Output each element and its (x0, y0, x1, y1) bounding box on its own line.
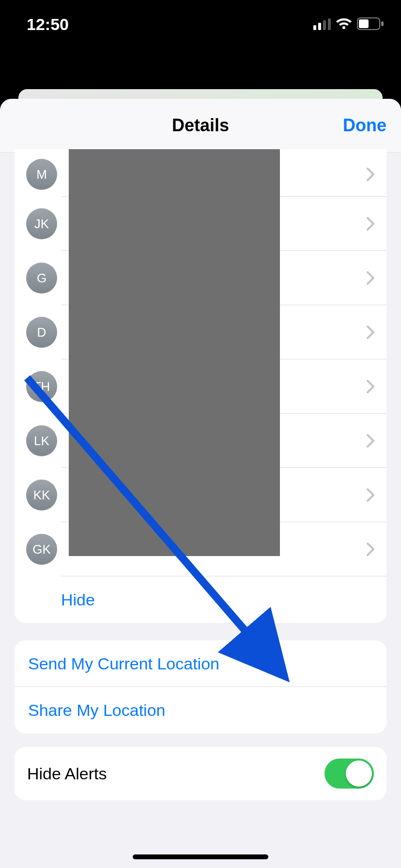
avatar: JK (26, 208, 57, 239)
svg-rect-2 (323, 20, 326, 30)
chevron-right-icon (366, 167, 375, 182)
wifi-icon (336, 15, 352, 34)
avatar: D (26, 317, 57, 348)
nav-bar: Details Done (0, 99, 401, 153)
send-location-label: Send My Current Location (28, 654, 219, 673)
hide-participants-button[interactable]: Hide (15, 576, 386, 623)
avatar-initials: LK (34, 434, 49, 449)
home-indicator[interactable] (133, 854, 268, 859)
chevron-right-icon (366, 488, 375, 502)
hide-alerts-toggle[interactable] (324, 759, 374, 789)
status-indicators (313, 15, 384, 34)
share-location-label: Share My Location (28, 701, 166, 720)
chevron-right-icon (366, 217, 375, 231)
participants-group: M JK G D TH (15, 149, 386, 623)
avatar-initials: TH (33, 379, 50, 394)
chevron-right-icon (366, 271, 375, 285)
battery-icon (357, 15, 384, 34)
alerts-group: Hide Alerts (15, 747, 386, 800)
nav-title: Details (172, 115, 229, 136)
avatar-initials: G (37, 271, 46, 286)
status-bar: 12:50 (0, 0, 401, 48)
avatar-initials: KK (33, 488, 50, 503)
details-sheet: Details Done M JK G D (0, 99, 401, 868)
avatar: M (26, 159, 57, 190)
avatar: LK (26, 425, 57, 456)
chevron-right-icon (366, 542, 375, 557)
sheet-content: M JK G D TH (0, 152, 401, 868)
done-button[interactable]: Done (343, 115, 386, 136)
svg-rect-6 (381, 21, 384, 26)
avatar-initials: D (37, 325, 46, 340)
status-time: 12:50 (27, 15, 69, 34)
chevron-right-icon (366, 434, 375, 448)
hide-alerts-label: Hide Alerts (27, 764, 107, 783)
chevron-right-icon (366, 325, 375, 340)
avatar-initials: M (36, 167, 47, 182)
avatar: KK (26, 480, 57, 511)
cellular-icon (313, 15, 331, 34)
svg-rect-0 (313, 25, 316, 30)
svg-rect-5 (359, 19, 369, 28)
avatar: TH (26, 371, 57, 402)
avatar-initials: JK (34, 217, 49, 232)
share-my-location-button[interactable]: Share My Location (15, 687, 386, 733)
svg-rect-3 (328, 18, 331, 30)
send-current-location-button[interactable]: Send My Current Location (15, 640, 386, 687)
avatar-initials: GK (32, 542, 51, 557)
toggle-knob (346, 760, 372, 787)
redaction-overlay (69, 149, 280, 556)
avatar: G (26, 263, 57, 294)
background-card (18, 89, 383, 100)
chevron-right-icon (366, 379, 375, 394)
location-group: Send My Current Location Share My Locati… (15, 640, 386, 733)
svg-rect-1 (318, 23, 321, 30)
hide-label: Hide (61, 590, 95, 609)
avatar: GK (26, 534, 57, 565)
hide-alerts-row: Hide Alerts (15, 747, 386, 800)
